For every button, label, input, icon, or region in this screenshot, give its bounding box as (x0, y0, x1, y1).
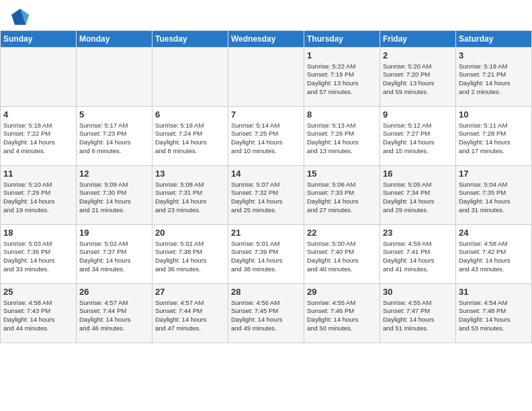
day-header-saturday: Saturday (456, 31, 532, 48)
calendar-cell: 31Sunrise: 4:54 AM Sunset: 7:48 PM Dayli… (456, 284, 532, 343)
week-row-4: 18Sunrise: 5:03 AM Sunset: 7:36 PM Dayli… (1, 225, 532, 284)
day-number: 26 (79, 286, 149, 298)
week-row-1: 1Sunrise: 5:22 AM Sunset: 7:19 PM Daylig… (1, 48, 532, 107)
day-info: Sunrise: 5:18 AM Sunset: 7:22 PM Dayligh… (3, 122, 73, 156)
calendar-cell: 21Sunrise: 5:01 AM Sunset: 7:39 PM Dayli… (228, 225, 304, 284)
calendar-cell: 19Sunrise: 5:02 AM Sunset: 7:37 PM Dayli… (77, 225, 152, 284)
day-header-wednesday: Wednesday (228, 31, 304, 48)
calendar-cell: 27Sunrise: 4:57 AM Sunset: 7:44 PM Dayli… (152, 284, 228, 343)
day-info: Sunrise: 5:00 AM Sunset: 7:40 PM Dayligh… (307, 240, 377, 274)
day-number: 15 (307, 168, 377, 180)
day-info: Sunrise: 4:57 AM Sunset: 7:44 PM Dayligh… (79, 299, 149, 333)
week-row-3: 11Sunrise: 5:10 AM Sunset: 7:29 PM Dayli… (1, 166, 532, 225)
day-info: Sunrise: 5:22 AM Sunset: 7:19 PM Dayligh… (307, 62, 377, 97)
day-info: Sunrise: 4:57 AM Sunset: 7:44 PM Dayligh… (155, 299, 225, 333)
day-number: 11 (3, 168, 73, 180)
calendar-cell: 26Sunrise: 4:57 AM Sunset: 7:44 PM Dayli… (77, 284, 152, 343)
week-row-5: 25Sunrise: 4:58 AM Sunset: 7:43 PM Dayli… (1, 284, 532, 343)
day-number: 6 (155, 109, 225, 121)
day-info: Sunrise: 4:55 AM Sunset: 7:46 PM Dayligh… (307, 299, 377, 333)
calendar-cell: 8Sunrise: 5:13 AM Sunset: 7:26 PM Daylig… (304, 107, 380, 166)
day-info: Sunrise: 5:20 AM Sunset: 7:20 PM Dayligh… (383, 62, 453, 97)
calendar-cell: 12Sunrise: 5:09 AM Sunset: 7:30 PM Dayli… (77, 166, 152, 225)
calendar-cell (152, 48, 228, 107)
day-number: 24 (459, 227, 529, 239)
calendar-cell: 22Sunrise: 5:00 AM Sunset: 7:40 PM Dayli… (304, 225, 380, 284)
day-header-monday: Monday (77, 31, 152, 48)
day-info: Sunrise: 5:10 AM Sunset: 7:29 PM Dayligh… (3, 181, 73, 215)
calendar-cell: 10Sunrise: 5:11 AM Sunset: 7:28 PM Dayli… (456, 107, 532, 166)
calendar-cell (1, 48, 77, 107)
calendar-cell: 7Sunrise: 5:14 AM Sunset: 7:25 PM Daylig… (228, 107, 304, 166)
day-number: 7 (231, 109, 301, 121)
calendar-header: SundayMondayTuesdayWednesdayThursdayFrid… (1, 31, 532, 48)
day-number: 14 (231, 168, 301, 180)
calendar-cell: 15Sunrise: 5:06 AM Sunset: 7:33 PM Dayli… (304, 166, 380, 225)
calendar-cell: 24Sunrise: 4:58 AM Sunset: 7:42 PM Dayli… (456, 225, 532, 284)
calendar-cell: 4Sunrise: 5:18 AM Sunset: 7:22 PM Daylig… (1, 107, 77, 166)
day-info: Sunrise: 5:09 AM Sunset: 7:30 PM Dayligh… (79, 181, 149, 215)
calendar-cell: 23Sunrise: 4:59 AM Sunset: 7:41 PM Dayli… (380, 225, 456, 284)
day-number: 18 (3, 227, 73, 239)
day-number: 21 (231, 227, 301, 239)
day-info: Sunrise: 4:54 AM Sunset: 7:48 PM Dayligh… (459, 299, 529, 333)
calendar-cell: 14Sunrise: 5:07 AM Sunset: 7:32 PM Dayli… (228, 166, 304, 225)
day-number: 19 (79, 227, 149, 239)
page-header (0, 0, 532, 30)
logo (10, 7, 32, 27)
day-number: 22 (307, 227, 377, 239)
day-info: Sunrise: 5:01 AM Sunset: 7:38 PM Dayligh… (155, 240, 225, 274)
day-info: Sunrise: 5:19 AM Sunset: 7:21 PM Dayligh… (459, 62, 529, 97)
calendar-cell: 16Sunrise: 5:05 AM Sunset: 7:34 PM Dayli… (380, 166, 456, 225)
day-info: Sunrise: 4:55 AM Sunset: 7:47 PM Dayligh… (383, 299, 453, 333)
day-number: 1 (307, 50, 377, 62)
day-info: Sunrise: 5:05 AM Sunset: 7:34 PM Dayligh… (383, 181, 453, 215)
day-info: Sunrise: 5:17 AM Sunset: 7:23 PM Dayligh… (79, 122, 149, 156)
day-header-friday: Friday (380, 31, 456, 48)
calendar-cell: 9Sunrise: 5:12 AM Sunset: 7:27 PM Daylig… (380, 107, 456, 166)
day-number: 28 (231, 286, 301, 298)
day-number: 5 (79, 109, 149, 121)
day-info: Sunrise: 5:16 AM Sunset: 7:24 PM Dayligh… (155, 122, 225, 156)
calendar-cell: 25Sunrise: 4:58 AM Sunset: 7:43 PM Dayli… (1, 284, 77, 343)
calendar-cell: 13Sunrise: 5:08 AM Sunset: 7:31 PM Dayli… (152, 166, 228, 225)
day-number: 2 (383, 50, 453, 62)
day-info: Sunrise: 5:12 AM Sunset: 7:27 PM Dayligh… (383, 122, 453, 156)
day-info: Sunrise: 5:06 AM Sunset: 7:33 PM Dayligh… (307, 181, 377, 215)
calendar-cell: 11Sunrise: 5:10 AM Sunset: 7:29 PM Dayli… (1, 166, 77, 225)
calendar-cell: 1Sunrise: 5:22 AM Sunset: 7:19 PM Daylig… (304, 48, 380, 107)
day-number: 25 (3, 286, 73, 298)
calendar-cell: 30Sunrise: 4:55 AM Sunset: 7:47 PM Dayli… (380, 284, 456, 343)
day-info: Sunrise: 5:14 AM Sunset: 7:25 PM Dayligh… (231, 122, 301, 156)
calendar-cell: 2Sunrise: 5:20 AM Sunset: 7:20 PM Daylig… (380, 48, 456, 107)
calendar-cell (228, 48, 304, 107)
day-info: Sunrise: 5:07 AM Sunset: 7:32 PM Dayligh… (231, 181, 301, 215)
day-number: 23 (383, 227, 453, 239)
day-number: 29 (307, 286, 377, 298)
day-info: Sunrise: 5:13 AM Sunset: 7:26 PM Dayligh… (307, 122, 377, 156)
header-row: SundayMondayTuesdayWednesdayThursdayFrid… (1, 31, 532, 48)
day-info: Sunrise: 4:58 AM Sunset: 7:43 PM Dayligh… (3, 299, 73, 333)
day-header-tuesday: Tuesday (152, 31, 228, 48)
day-number: 13 (155, 168, 225, 180)
day-header-sunday: Sunday (1, 31, 77, 48)
day-info: Sunrise: 5:02 AM Sunset: 7:37 PM Dayligh… (79, 240, 149, 274)
calendar-cell: 20Sunrise: 5:01 AM Sunset: 7:38 PM Dayli… (152, 225, 228, 284)
day-number: 27 (155, 286, 225, 298)
day-number: 10 (459, 109, 529, 121)
calendar-body: 1Sunrise: 5:22 AM Sunset: 7:19 PM Daylig… (1, 48, 532, 343)
calendar-cell: 18Sunrise: 5:03 AM Sunset: 7:36 PM Dayli… (1, 225, 77, 284)
day-info: Sunrise: 5:01 AM Sunset: 7:39 PM Dayligh… (231, 240, 301, 274)
calendar-cell: 28Sunrise: 4:56 AM Sunset: 7:45 PM Dayli… (228, 284, 304, 343)
day-number: 30 (383, 286, 453, 298)
day-number: 3 (459, 50, 529, 62)
day-number: 8 (307, 109, 377, 121)
day-number: 4 (3, 109, 73, 121)
calendar-cell (77, 48, 152, 107)
calendar-cell: 5Sunrise: 5:17 AM Sunset: 7:23 PM Daylig… (77, 107, 152, 166)
day-info: Sunrise: 5:11 AM Sunset: 7:28 PM Dayligh… (459, 122, 529, 156)
day-header-thursday: Thursday (304, 31, 380, 48)
week-row-2: 4Sunrise: 5:18 AM Sunset: 7:22 PM Daylig… (1, 107, 532, 166)
logo-icon (10, 7, 30, 27)
day-info: Sunrise: 5:04 AM Sunset: 7:35 PM Dayligh… (459, 181, 529, 215)
